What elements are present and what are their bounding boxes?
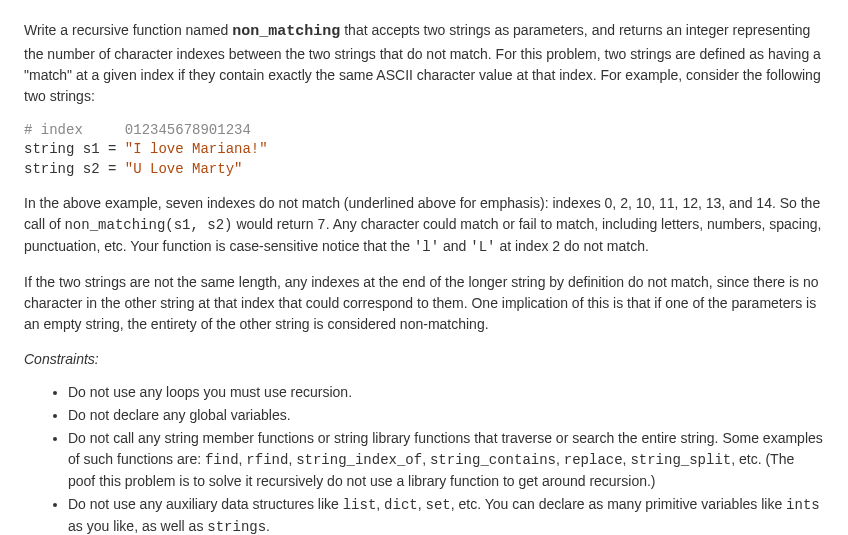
constraints-list: Do not use any loops you must use recurs… <box>24 382 824 535</box>
text: at index 2 do not match. <box>496 238 649 254</box>
list-item: Do not call any string member functions … <box>68 428 824 492</box>
code-line: string s2 = "U Love Marty" <box>24 161 242 177</box>
list-item: Do not use any loops you must use recurs… <box>68 382 824 403</box>
code-inline: 7 <box>317 217 325 233</box>
code-line: string s1 = "I love Mariana!" <box>24 141 268 157</box>
length-paragraph: If the two strings are not the same leng… <box>24 272 824 335</box>
constraints-heading: Constraints: <box>24 349 824 370</box>
code-inline: 'L' <box>470 239 495 255</box>
code-inline: 'l' <box>414 239 439 255</box>
text: would return <box>233 216 318 232</box>
code-example: # index 012345678901234 string s1 = "I l… <box>24 121 824 180</box>
code-comment: # index 012345678901234 <box>24 122 251 138</box>
text: and <box>439 238 470 254</box>
intro-paragraph: Write a recursive function named non_mat… <box>24 20 824 107</box>
explanation-paragraph: In the above example, seven indexes do n… <box>24 193 824 258</box>
function-name: non_matching <box>232 23 340 40</box>
list-item: Do not declare any global variables. <box>68 405 824 426</box>
code-inline: non_matching(s1, s2) <box>64 217 232 233</box>
text: Write a recursive function named <box>24 22 232 38</box>
list-item: Do not use any auxiliary data structures… <box>68 494 824 535</box>
